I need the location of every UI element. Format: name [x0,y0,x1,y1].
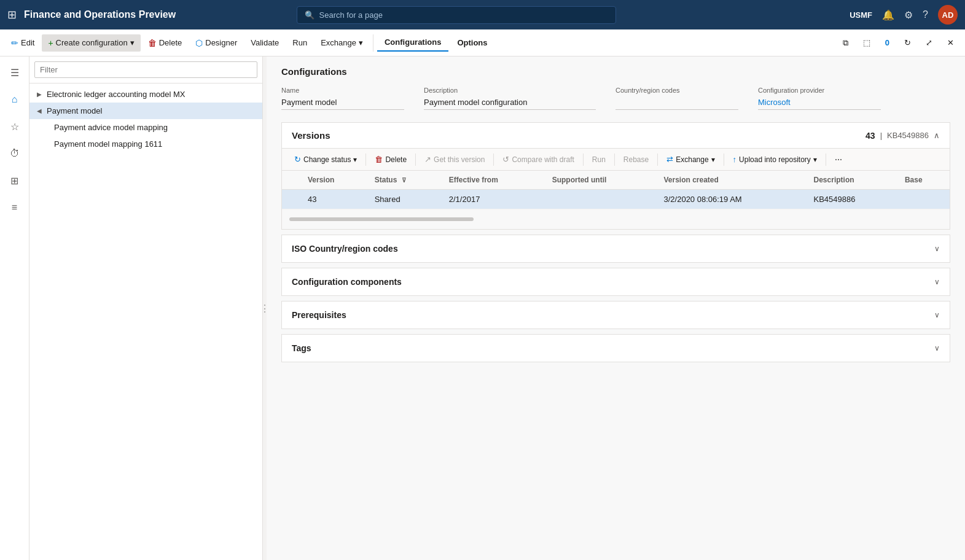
versions-exchange-label: Exchange [676,155,708,164]
designer-label: Designer [205,38,237,47]
iso-codes-header[interactable]: ISO Country/region codes ∨ [282,235,950,262]
tree-item-payment-mapping[interactable]: Payment model mapping 1611 [29,136,262,152]
tags-header[interactable]: Tags ∨ [282,335,950,362]
designer-icon: ⬡ [195,38,203,48]
cell-description: KB4549886 [807,190,897,209]
vt-sep-3 [493,154,494,166]
change-status-button[interactable]: ↻ Change status ▾ [289,152,362,166]
table-row[interactable]: 43 Shared 2/1/2017 3/2/2020 08:06:19 AM … [282,190,950,209]
col-status: Status ⊽ [367,171,442,190]
favorites-icon[interactable]: ☆ [4,115,26,138]
versions-section: Versions 43 | KB4549886 ∧ ↻ Change statu… [281,122,950,230]
notification-count-button[interactable]: 0 [879,34,896,51]
rebase-button[interactable]: Rebase [619,153,654,166]
tree-item-payment-advice[interactable]: Payment advice model mapping [29,119,262,136]
options-tab[interactable]: Options [450,34,494,51]
help-icon[interactable]: ? [923,9,928,20]
configurations-tab[interactable]: Configurations [377,34,448,52]
edit-label: Edit [21,38,34,47]
vt-sep-7 [724,154,724,166]
modules-icon[interactable]: ≡ [4,196,26,219]
tags-section: Tags ∨ [281,334,950,362]
versions-delete-icon: 🗑 [375,155,383,164]
content-area: Configurations Name Payment model Descri… [267,56,965,372]
versions-header: Versions 43 | KB4549886 ∧ [282,123,950,149]
top-navigation: ⊞ Finance and Operations Preview 🔍 USMF … [0,0,965,29]
vt-sep-2 [415,154,416,166]
exchange-button[interactable]: Exchange ▾ [315,34,369,51]
upload-repository-button[interactable]: ↑ Upload into repository ▾ [728,152,822,166]
versions-delete-button[interactable]: 🗑 Delete [370,152,412,166]
nav-right: USMF 🔔 ⚙ ? AD [850,5,958,25]
versions-collapse-icon[interactable]: ∧ [934,131,940,140]
create-chevron-icon: ▾ [130,38,135,47]
status-filter-icon[interactable]: ⊽ [402,177,406,184]
vt-sep-4 [583,154,584,166]
description-label: Description [424,87,596,94]
validate-label: Validate [251,38,279,47]
config-components-title: Configuration components [292,277,402,287]
tree-item-payment-model[interactable]: ◀ Payment model [29,103,262,119]
validate-button[interactable]: Validate [244,34,285,51]
versions-toolbar: ↻ Change status ▾ 🗑 Delete ↗ Get this ve… [282,149,950,171]
close-button[interactable]: ✕ [941,34,960,51]
prerequisites-title: Prerequisites [292,310,346,320]
create-label: Create configuration [56,38,128,47]
search-input[interactable] [319,10,608,20]
country-value [615,95,738,110]
recent-icon[interactable]: ⏱ [4,142,26,165]
username-label: USMF [850,10,872,20]
compare-draft-button[interactable]: ↺ Compare with draft [498,152,579,166]
versions-title: Versions [292,130,330,141]
resize-handle[interactable] [263,56,267,560]
run-label: Run [292,38,307,47]
prerequisites-chevron: ∨ [934,311,940,319]
get-this-version-button[interactable]: ↗ Get this version [420,152,490,166]
filter-view-button[interactable]: ⧉ [837,34,854,52]
filter-input[interactable] [34,61,257,78]
open-new-window-button[interactable]: ⤢ [920,34,939,51]
versions-delete-label: Delete [385,155,407,164]
right-content-panel: Configurations Name Payment model Descri… [267,56,965,560]
tree-item-label-4: Payment model mapping 1611 [54,139,162,149]
versions-exchange-button[interactable]: ⇄ Exchange ▾ [662,152,719,166]
delete-label: Delete [159,38,182,47]
provider-value[interactable]: Microsoft [758,95,881,110]
column-chooser-button[interactable]: ⬚ [857,34,877,51]
left-tree-panel: ▶ Electronic ledger accounting model MX … [29,56,263,560]
edit-icon: ✏ [11,38,18,48]
versions-run-button[interactable]: Run [587,153,611,166]
notification-icon[interactable]: 🔔 [882,9,894,21]
cell-version: 43 [300,190,367,209]
search-box[interactable]: 🔍 [297,6,616,24]
workspaces-icon[interactable]: ⊞ [4,169,26,192]
versions-more-button[interactable]: ⋯ [830,153,847,166]
provider-field-group: Configuration provider Microsoft [758,87,881,110]
avatar[interactable]: AD [938,5,958,25]
cell-base [897,190,950,209]
toolbar-right: ⧉ ⬚ 0 ↻ ⤢ ✕ [837,34,960,52]
tree-item-electronic-ledger[interactable]: ▶ Electronic ledger accounting model MX [29,86,262,103]
versions-separator: | [880,131,882,140]
vt-sep-1 [365,154,366,166]
delete-button[interactable]: 🗑 Delete [142,34,189,52]
cell-status: Shared [367,190,442,209]
upload-repository-label: Upload into repository [739,155,811,164]
settings-icon[interactable]: ⚙ [904,9,913,21]
waffle-icon[interactable]: ⊞ [7,8,17,21]
designer-button[interactable]: ⬡ Designer [189,34,243,52]
home-icon[interactable]: ⌂ [4,88,26,111]
search-icon: 🔍 [305,10,315,20]
config-components-header[interactable]: Configuration components ∨ [282,268,950,295]
run-button[interactable]: Run [286,34,313,51]
prerequisites-header[interactable]: Prerequisites ∨ [282,301,950,329]
edit-button[interactable]: ✏ Edit [5,34,41,52]
horizontal-scrollbar[interactable] [289,217,474,221]
hamburger-menu-icon[interactable]: ☰ [4,61,26,84]
description-field-group: Description Payment model configuration [424,87,596,110]
create-configuration-button[interactable]: + Create configuration ▾ [42,34,140,52]
refresh-button[interactable]: ↻ [898,34,917,51]
vt-sep-8 [826,154,826,166]
col-effective-from: Effective from [442,171,545,190]
description-value: Payment model configuration [424,95,596,110]
